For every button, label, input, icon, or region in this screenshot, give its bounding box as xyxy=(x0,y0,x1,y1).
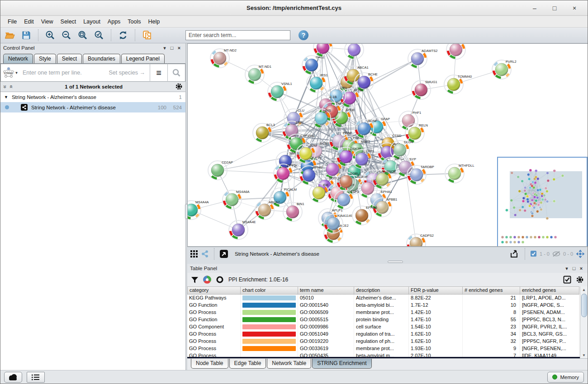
network-edge[interactable] xyxy=(191,210,238,230)
tab-select[interactable]: Select xyxy=(57,54,82,63)
collapse-all-icon[interactable]: » xyxy=(3,85,7,88)
close-button[interactable]: × xyxy=(568,5,581,12)
string-search-button[interactable] xyxy=(168,64,185,81)
zoom-selected-button[interactable] xyxy=(92,29,106,42)
task-history-button[interactable] xyxy=(27,372,45,383)
menu-item-layout[interactable]: Layout xyxy=(80,17,104,26)
tab-edge-table[interactable]: Edge Table xyxy=(229,359,266,369)
network-node[interactable]: TREM2 xyxy=(345,44,370,59)
selected-checkbox-icon[interactable] xyxy=(530,250,537,257)
scroll-up-icon[interactable]: ▲ xyxy=(582,286,586,293)
column-header-enriched-genes[interactable]: enriched genes xyxy=(520,286,579,295)
tab-style[interactable]: Style xyxy=(34,54,56,63)
cloud-tasks-button[interactable] xyxy=(4,372,22,383)
birdseye-toggle-icon[interactable] xyxy=(219,249,228,258)
tab-network[interactable]: Network xyxy=(3,54,33,63)
table-row[interactable]: GO ProcessGO:0050435beta-amyloid m...2.0… xyxy=(187,352,580,357)
table-row[interactable]: GO ProcessGO:0051049regulation of tra...… xyxy=(187,331,580,338)
navigator-pan-icon[interactable] xyxy=(576,249,585,258)
memory-button[interactable]: Memory xyxy=(547,372,584,383)
share-view-icon[interactable] xyxy=(201,250,209,258)
ring-chart-icon[interactable] xyxy=(216,276,224,284)
help-button[interactable]: ? xyxy=(299,30,308,40)
menu-item-tools[interactable]: Tools xyxy=(124,17,144,26)
save-session-button[interactable] xyxy=(19,29,33,42)
network-node[interactable]: CD2AP xyxy=(208,160,233,180)
column-header--enriched-genes[interactable]: # enriched genes xyxy=(463,286,520,295)
expand-all-icon[interactable]: » xyxy=(9,85,13,88)
network-node[interactable]: MT-ND1 xyxy=(243,63,271,86)
string-database-selector[interactable]: STRING ▾ xyxy=(1,67,20,79)
birds-eye-navigator[interactable] xyxy=(497,157,588,247)
menu-item-view[interactable]: View xyxy=(38,17,57,26)
scroll-down-icon[interactable]: ▼ xyxy=(582,352,586,358)
open-session-button[interactable] xyxy=(3,29,17,42)
column-header-category[interactable]: category xyxy=(187,286,241,295)
column-header-description[interactable]: description xyxy=(354,286,409,295)
gear-icon[interactable] xyxy=(175,83,183,90)
tab-network-table[interactable]: Network Table xyxy=(267,359,311,369)
panel-close-icon[interactable]: × xyxy=(578,266,585,271)
maximize-button[interactable]: □ xyxy=(548,5,561,12)
menu-item-edit[interactable]: Edit xyxy=(20,17,38,26)
network-node[interactable]: MS4A6A xyxy=(221,188,250,211)
tree-expand-icon[interactable]: ▼ xyxy=(4,95,8,99)
menu-item-file[interactable]: File xyxy=(4,17,20,26)
zoom-out-button[interactable] xyxy=(60,29,73,42)
string-term-input[interactable] xyxy=(20,70,109,76)
string-options-button[interactable]: ≡ xyxy=(150,64,167,81)
panel-collapse-icon[interactable]: ▾ xyxy=(563,266,570,272)
network-node[interactable]: CADPS2 xyxy=(405,232,434,246)
panel-collapse-icon[interactable]: ▾ xyxy=(161,45,168,51)
network-node[interactable]: INPP5D xyxy=(445,44,473,61)
column-header-chart-color[interactable]: chart color xyxy=(241,286,298,295)
network-row-selected[interactable]: String Network - Alzheimer's disease 100… xyxy=(0,102,185,112)
gear-icon[interactable] xyxy=(576,276,584,284)
set-species-label[interactable]: Set species → xyxy=(109,70,150,76)
search-input[interactable] xyxy=(185,30,290,40)
refresh-button[interactable] xyxy=(116,29,130,42)
table-row[interactable]: GO FunctionGO:0005515protein binding1.47… xyxy=(187,316,580,323)
network-node[interactable]: TOMM40 xyxy=(442,73,472,96)
network-node[interactable]: ADAMTS2 xyxy=(406,47,438,70)
panel-float-icon[interactable]: □ xyxy=(168,45,175,51)
network-node[interactable]: PHF1 xyxy=(399,111,421,130)
network-node[interactable]: MT-ND2 xyxy=(209,47,237,70)
select-columns-icon[interactable] xyxy=(563,276,571,284)
filter-icon[interactable] xyxy=(191,276,199,284)
panel-float-icon[interactable]: □ xyxy=(570,266,578,271)
hidden-eye-icon[interactable] xyxy=(552,251,560,257)
table-row[interactable]: GO ComponentGO:0009986cell surface1.54E-… xyxy=(187,323,580,331)
table-row[interactable]: GO ProcessGO:0006509membrane prot...1.42… xyxy=(187,309,580,316)
menu-item-select[interactable]: Select xyxy=(57,17,80,26)
network-node[interactable]: BIN1 xyxy=(283,202,304,221)
menu-item-help[interactable]: Help xyxy=(145,17,164,26)
network-node[interactable]: VSNL1 xyxy=(266,80,292,103)
tab-string-enrichment[interactable]: STRING Enrichment xyxy=(312,359,371,369)
splitter-grip[interactable] xyxy=(388,261,403,263)
zoom-fit-button[interactable] xyxy=(76,29,90,42)
horizontal-splitter[interactable] xyxy=(187,260,588,264)
network-collection-row[interactable]: ▼ String Network - Alzheimer's disease 1 xyxy=(0,92,185,102)
network-node[interactable]: SMUG1 xyxy=(410,79,437,102)
navigator-canvas[interactable] xyxy=(498,158,587,246)
zoom-in-button[interactable] xyxy=(43,29,57,42)
table-row[interactable]: GO ProcessGO:0019220regulation of ph...1… xyxy=(187,338,580,345)
pie-chart-icon[interactable] xyxy=(203,276,211,284)
panel-close-icon[interactable]: × xyxy=(175,45,183,51)
column-header-term-name[interactable]: term name xyxy=(298,286,354,295)
menu-item-apps[interactable]: Apps xyxy=(104,17,124,26)
network-view[interactable]: MT-ND2MT-ND1VSNL1CD2APMS4A6AMS4A4AMS4A4E… xyxy=(187,43,588,247)
tab-node-table[interactable]: Node Table xyxy=(191,359,228,369)
network-node[interactable]: PVRL2 xyxy=(490,58,517,81)
tab-legend-panel[interactable]: Legend Panel xyxy=(121,54,165,63)
table-scrollbar[interactable]: ▲ ▼ xyxy=(580,286,588,358)
network-node[interactable]: MS4A4A xyxy=(188,199,209,222)
table-row[interactable]: KEGG Pathways05010Alzheimer's dise...8.8… xyxy=(187,295,580,302)
column-header-FDR-p-value[interactable]: FDR p-value xyxy=(409,286,463,295)
grid-view-icon[interactable] xyxy=(190,250,198,258)
network-node[interactable]: EPHA5 xyxy=(351,204,377,226)
table-row[interactable]: GO FunctionGO:0001540beta-amyloid bi...1… xyxy=(187,302,580,309)
network-node[interactable]: MS4A4E xyxy=(227,219,256,242)
scrollbar-thumb[interactable] xyxy=(581,294,587,317)
